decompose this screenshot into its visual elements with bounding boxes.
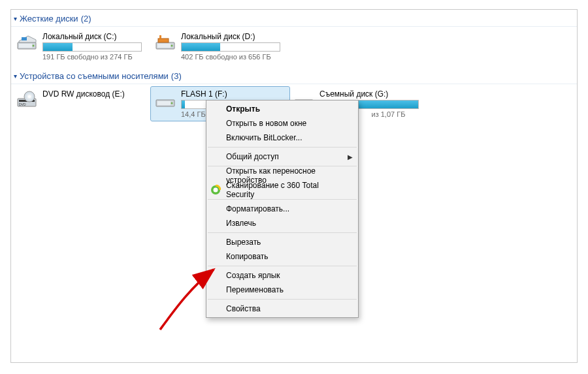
svg-rect-3 bbox=[22, 37, 27, 40]
menu-separator bbox=[208, 299, 357, 300]
capacity-fill bbox=[182, 101, 185, 108]
drive-subtext: 402 ГБ свободно из 656 ГБ bbox=[181, 53, 280, 61]
section-title: Жесткие диски bbox=[20, 14, 78, 23]
hdd-icon bbox=[16, 32, 37, 53]
context-menu: Открыть Открыть в новом окне Включить Bi… bbox=[206, 100, 359, 318]
svg-rect-7 bbox=[158, 39, 169, 42]
svg-point-6 bbox=[171, 45, 173, 47]
menu-item-create-shortcut[interactable]: Создать ярлык bbox=[206, 268, 358, 283]
menu-item-cut[interactable]: Вырезать bbox=[206, 235, 358, 249]
svg-text:DVD: DVD bbox=[19, 102, 26, 106]
menu-separator bbox=[208, 266, 357, 266]
drive-c[interactable]: Локальный диск (C:) 191 ГБ свободно из 2… bbox=[12, 29, 151, 63]
section-count: (2) bbox=[81, 14, 91, 23]
section-count: (3) bbox=[171, 71, 182, 81]
section-header-hdd[interactable]: ▾ Жесткие диски (2) bbox=[11, 10, 577, 27]
drive-label: Локальный диск (C:) bbox=[42, 32, 142, 41]
menu-separator bbox=[208, 232, 357, 233]
menu-item-rename[interactable]: Переименовать bbox=[206, 283, 358, 297]
menu-item-properties[interactable]: Свойства bbox=[206, 302, 358, 316]
menu-item-open[interactable]: Открыть bbox=[206, 102, 358, 116]
svg-rect-8 bbox=[159, 35, 161, 39]
menu-item-format[interactable]: Форматировать... bbox=[206, 202, 358, 216]
menu-separator bbox=[208, 147, 357, 148]
svg-point-12 bbox=[28, 95, 31, 98]
section-header-removable[interactable]: ▾ Устройства со съемными носителями (3) bbox=[11, 67, 577, 84]
menu-item-bitlocker[interactable]: Включить BitLocker... bbox=[206, 131, 358, 145]
menu-item-copy[interactable]: Копировать bbox=[206, 249, 358, 264]
drive-dvd[interactable]: DVD DVD RW дисковод (E:) bbox=[12, 87, 151, 121]
drive-label: Съемный диск (G:) bbox=[319, 89, 419, 99]
drive-label: DVD RW дисковод (E:) bbox=[42, 89, 125, 99]
drive-d[interactable]: Локальный диск (D:) 402 ГБ свободно из 6… bbox=[151, 29, 289, 63]
section-title: Устройства со съемными носителями bbox=[20, 71, 169, 81]
chevron-down-icon: ▾ bbox=[14, 15, 17, 22]
menu-item-scan-360[interactable]: Сканирование с 360 Total Security bbox=[206, 183, 358, 197]
menu-separator bbox=[208, 199, 357, 200]
360-security-icon bbox=[210, 185, 221, 195]
menu-item-open-new-window[interactable]: Открыть в новом окне bbox=[206, 116, 358, 131]
drive-label: FLASH 1 (F:) bbox=[181, 89, 280, 99]
svg-point-16 bbox=[171, 102, 173, 104]
submenu-arrow-icon: ▶ bbox=[348, 153, 353, 161]
chevron-down-icon: ▾ bbox=[14, 72, 17, 80]
svg-rect-15 bbox=[157, 101, 171, 105]
drive-label: Локальный диск (D:) bbox=[181, 32, 280, 41]
explorer-window: ▾ Жесткие диски (2) Локальный диск (C:) … bbox=[10, 9, 578, 363]
svg-point-2 bbox=[33, 45, 35, 47]
hdd-grid: Локальный диск (C:) 191 ГБ свободно из 2… bbox=[11, 27, 577, 67]
menu-item-eject[interactable]: Извлечь bbox=[206, 216, 358, 230]
svg-rect-1 bbox=[19, 44, 32, 48]
hdd-icon bbox=[155, 32, 176, 53]
drive-subtext: 191 ГБ свободно из 274 ГБ bbox=[42, 53, 142, 61]
capacity-bar bbox=[42, 42, 142, 52]
svg-rect-5 bbox=[157, 44, 171, 48]
menu-item-share[interactable]: Общий доступ▶ bbox=[206, 149, 358, 164]
capacity-fill bbox=[43, 43, 73, 51]
svg-point-21 bbox=[214, 188, 218, 193]
removable-drive-icon bbox=[155, 89, 176, 110]
dvd-drive-icon: DVD bbox=[16, 89, 37, 110]
capacity-fill bbox=[182, 43, 220, 51]
capacity-bar bbox=[181, 42, 280, 52]
